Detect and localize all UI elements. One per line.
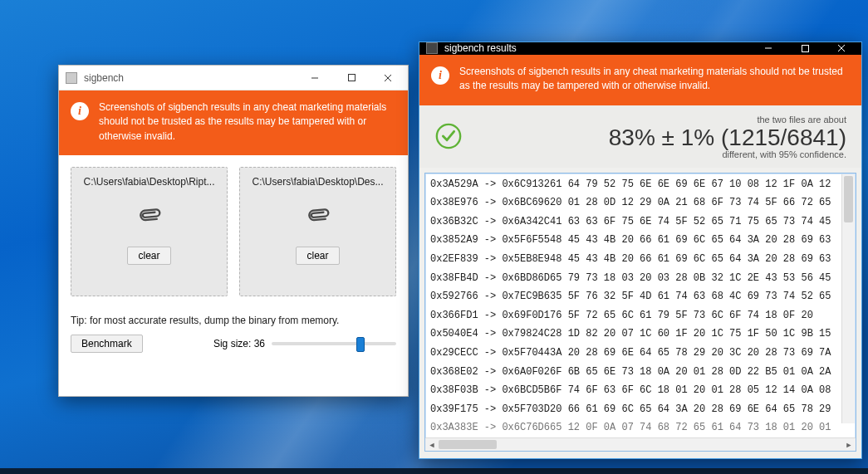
app-icon (426, 42, 438, 54)
warning-banner: i Screenshots of sigbench results in any… (419, 55, 861, 105)
sig-size-slider[interactable] (272, 342, 396, 345)
hex-line: 0x592766 -> 0x7EC9B635 5F 76 32 5F 4D 61… (427, 287, 856, 306)
hex-line: 0x5040E4 -> 0x79824C28 1D 82 20 07 1C 60… (427, 325, 856, 344)
hex-output: 0x3A529A -> 0x6C913261 64 79 52 75 6E 6E… (424, 173, 856, 452)
hex-line: 0x3852A9 -> 0x5F6F5548 45 43 4B 20 66 61… (427, 231, 856, 250)
clear-left-button[interactable]: clear (127, 247, 170, 265)
horizontal-scrollbar[interactable]: ◄ ► (425, 437, 856, 451)
sig-size-label: Sig size: 36 (213, 338, 265, 349)
result-summary: the two files are about 83% ± 1% (1215/6… (419, 105, 861, 168)
hex-line: 0x38F03B -> 0x6BCD5B6F 74 6F 63 6F 6C 18… (427, 381, 856, 400)
warning-banner: i Screenshots of sigbench results in any… (59, 90, 408, 155)
maximize-button[interactable] (787, 42, 823, 55)
info-icon: i (71, 102, 89, 120)
warning-text: Screenshots of sigbench results in any c… (459, 65, 850, 94)
info-icon: i (431, 66, 449, 85)
tip-text: Tip: for most accurate results, dump the… (71, 315, 396, 326)
file-drop-left[interactable]: C:\Users\fabia\Desktop\Ript... clear (71, 167, 228, 296)
check-icon (434, 122, 463, 153)
close-button[interactable] (823, 42, 860, 55)
hex-line: 0x38E976 -> 0x6BC69620 01 28 0D 12 29 0A… (427, 193, 856, 213)
titlebar[interactable]: sigbench results (419, 42, 861, 55)
hex-line: 0x2EF839 -> 0x5EB8E948 45 43 4B 20 66 61… (427, 250, 856, 269)
summary-main: 83% ± 1% (1215/6841) (474, 126, 846, 149)
hex-line: 0x29CECC -> 0x5F70443A 20 28 69 6E 64 65… (427, 344, 856, 363)
summary-pre: the two files are about (474, 115, 846, 125)
svg-rect-5 (802, 45, 808, 51)
titlebar[interactable]: sigbench (59, 66, 408, 90)
window-controls (297, 66, 406, 90)
hex-line: 0x39F175 -> 0x5F703D20 66 61 69 6C 65 64… (427, 400, 856, 419)
file-path-right: C:\Users\fabia\Desktop\Des... (247, 176, 389, 188)
window-controls (750, 42, 860, 55)
minimize-button[interactable] (297, 66, 333, 90)
taskbar[interactable] (0, 468, 868, 474)
maximize-button[interactable] (333, 66, 370, 90)
file-path-left: C:\Users\fabia\Desktop\Ript... (78, 176, 220, 188)
hex-line: 0x38FB4D -> 0x6BD86D65 79 73 18 03 20 03… (427, 269, 856, 288)
sigbench-main-window: sigbench i Screenshots of sigbench resul… (58, 65, 409, 397)
svg-point-8 (437, 125, 460, 148)
scroll-left-arrow[interactable]: ◄ (425, 438, 439, 451)
hex-line: 0x368E02 -> 0x6A0F026F 6B 65 6E 73 18 0A… (427, 363, 856, 382)
sigbench-results-window: sigbench results i Screenshots of sigben… (419, 42, 862, 459)
hex-lines[interactable]: 0x3A529A -> 0x6C913261 64 79 52 75 6E 6E… (425, 173, 856, 437)
svg-rect-1 (348, 75, 355, 81)
window-title: sigbench results (444, 42, 750, 54)
paperclip-icon (306, 203, 330, 228)
hex-line: 0x3A383E -> 0x6C76D665 12 0F 0A 07 74 68… (427, 418, 856, 437)
vertical-scrollbar[interactable] (841, 174, 855, 423)
warning-text: Screenshots of sigbench results in any c… (99, 100, 396, 144)
scroll-right-arrow[interactable]: ► (842, 438, 856, 451)
hex-line: 0x36B32C -> 0x6A342C41 63 63 6F 75 6E 74… (427, 213, 856, 232)
hex-line: 0x3A529A -> 0x6C913261 64 79 52 75 6E 6E… (427, 175, 856, 194)
benchmark-button[interactable]: Benchmark (71, 335, 143, 353)
app-icon (66, 72, 77, 84)
summary-post: different, with 95% confidence. (474, 150, 846, 159)
window-title: sigbench (84, 72, 297, 84)
close-button[interactable] (370, 66, 406, 90)
file-drop-right[interactable]: C:\Users\fabia\Desktop\Des... clear (239, 167, 396, 296)
scroll-thumb[interactable] (844, 176, 853, 222)
scroll-thumb[interactable] (439, 440, 497, 449)
minimize-button[interactable] (750, 42, 787, 55)
hex-line: 0x366FD1 -> 0x69F0D176 5F 72 65 6C 61 79… (427, 306, 856, 325)
clear-right-button[interactable]: clear (296, 247, 339, 265)
paperclip-icon (138, 203, 161, 228)
